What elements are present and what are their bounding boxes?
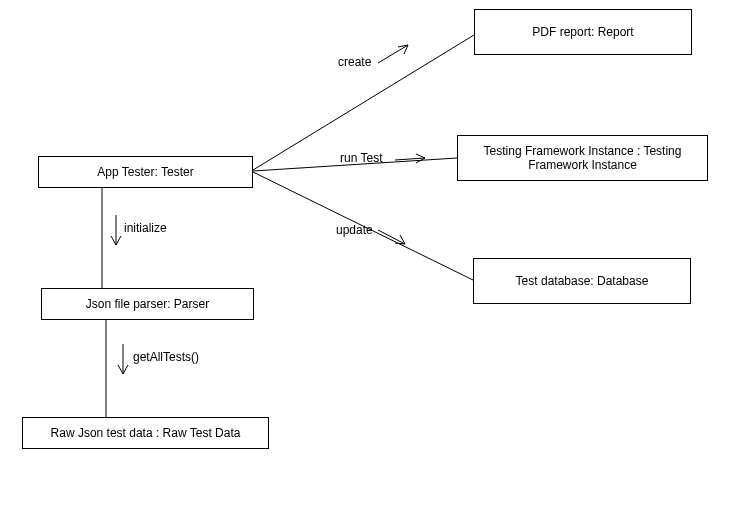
svg-line-1 [378,45,408,63]
node-report: PDF report: Report [474,9,692,55]
svg-line-2 [398,45,408,47]
node-parser: Json file parser: Parser [41,288,254,320]
node-framework: Testing Framework Instance : Testing Fra… [457,135,708,181]
edge-label-getalltests: getAllTests() [133,350,199,364]
svg-line-7 [416,158,425,163]
arrow-icon [118,344,128,374]
svg-line-9 [378,230,405,244]
svg-line-11 [400,235,405,244]
edge-label-update: update [336,223,373,237]
svg-line-6 [416,154,425,158]
svg-line-3 [404,45,408,54]
edge-label-create: create [338,55,371,69]
arrow-icon [111,215,121,245]
svg-line-15 [116,236,121,245]
svg-line-14 [111,236,116,245]
edge-label-runtest: run Test [340,151,382,165]
node-rawdata: Raw Json test data : Raw Test Data [22,417,269,449]
arrow-icon [378,45,408,63]
svg-line-10 [395,243,405,244]
arrow-icon [395,154,425,163]
edge-label-initialize: initialize [124,221,167,235]
arrow-icon [378,230,405,244]
svg-line-19 [123,365,128,374]
svg-line-18 [118,365,123,374]
node-database: Test database: Database [473,258,691,304]
node-tester: App Tester: Tester [38,156,253,188]
svg-line-5 [395,158,425,160]
